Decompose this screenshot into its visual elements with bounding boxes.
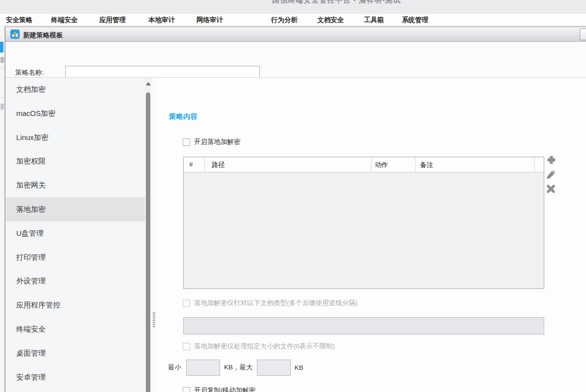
delete-x-icon[interactable]	[546, 184, 556, 194]
file-size-filter-row: 落地加解密仅处理指定大小的文件(0表示不限制)	[183, 342, 335, 351]
menu-app-management[interactable]: 应用管理	[99, 14, 126, 26]
main-menu-bar: 安全策略 终端安全 应用管理 本地审计 网络审计 行为分析 文档安全 工具箱 系…	[0, 14, 586, 26]
edit-pencil-icon[interactable]	[546, 169, 556, 180]
category-encryption-gateway[interactable]: 加密网关	[6, 173, 145, 197]
background-text-fragment	[0, 57, 4, 63]
category-encryption-rights[interactable]: 加密权限	[6, 149, 145, 173]
file-size-filter-label: 落地加解密仅处理指定大小的文件(0表示不限制)	[194, 342, 335, 351]
policy-name-label: 策略名称:	[15, 68, 44, 77]
doc-type-filter-row: 落地加解密仅针对以下文档类型(多个后缀使用竖线分隔)	[183, 299, 358, 308]
enable-landing-encryption-row: 开启落地加解密	[183, 138, 241, 146]
bar-chart-icon	[10, 29, 20, 39]
size-max-input[interactable]	[257, 360, 291, 376]
landing-table-tools	[546, 155, 558, 198]
policy-content-heading: 策略内容	[169, 112, 197, 121]
menu-toolbox[interactable]: 工具箱	[364, 14, 384, 26]
file-size-inputs-row: 最小 KB，最大 KB	[168, 359, 304, 376]
category-terminal-security[interactable]: 终端安全	[6, 317, 145, 341]
menu-document-security[interactable]: 文档安全	[317, 14, 344, 26]
sidebar-scrollbar[interactable]	[145, 78, 151, 392]
landing-path-table-header: # 路径 动作 备注	[184, 157, 544, 172]
menu-local-audit[interactable]: 本地审计	[148, 14, 175, 26]
size-min-input[interactable]	[186, 360, 220, 376]
col-remark: 备注	[420, 161, 433, 169]
splitter-grip-icon	[153, 312, 155, 328]
enable-copy-move-row: 开启复制/移动加解密	[183, 386, 255, 392]
doc-type-input[interactable]	[183, 317, 544, 335]
category-doc-encryption[interactable]: 文档加密	[6, 78, 145, 102]
file-size-filter-checkbox[interactable]	[183, 343, 190, 350]
size-unit-label: KB	[295, 364, 304, 371]
category-app-control[interactable]: 应用程序管控	[6, 293, 145, 317]
background-window-titlebar: 国信终端安全管控平台 - 潘祥明-测试	[0, 0, 586, 14]
menu-security-policy[interactable]: 安全策略	[6, 14, 32, 26]
new-policy-template-dialog: 新建策略模板 策略名称: 文档加密 macOS加密 Linux加密 加密权限 加…	[5, 27, 586, 392]
category-print-management[interactable]: 打印管理	[6, 246, 145, 270]
policy-content-panel: 策略内容 开启落地加解密 # 路径 动作 备注	[157, 78, 586, 392]
category-landing-encryption[interactable]: 落地加密	[6, 197, 145, 222]
menu-behavior-analysis[interactable]: 行为分析	[271, 14, 298, 26]
doc-type-filter-label: 落地加解密仅针对以下文档类型(多个后缀使用竖线分隔)	[194, 299, 358, 308]
scroll-up-arrow-icon[interactable]	[146, 82, 151, 85]
enable-copy-move-checkbox[interactable]	[183, 387, 190, 392]
category-linux-encryption[interactable]: Linux加密	[6, 126, 145, 150]
dialog-title: 新建策略模板	[23, 31, 63, 40]
category-macos-encryption[interactable]: macOS加密	[6, 102, 145, 126]
policy-name-row: 策略名称:	[5, 42, 586, 77]
size-between-label: KB，最大	[224, 363, 253, 372]
category-usb-management[interactable]: U盘管理	[6, 222, 145, 246]
category-android-management[interactable]: 安卓管理	[6, 365, 145, 390]
menu-system-management[interactable]: 系统管理	[402, 14, 428, 26]
category-desktop-management[interactable]: 桌面管理	[6, 341, 145, 365]
dialog-close-button[interactable]	[580, 28, 586, 40]
category-peripheral-management[interactable]: 外设管理	[6, 269, 145, 293]
add-icon[interactable]	[546, 155, 557, 165]
enable-landing-encryption-checkbox[interactable]	[183, 139, 190, 146]
size-min-label: 最小	[168, 363, 181, 372]
doc-type-filter-checkbox[interactable]	[183, 300, 190, 307]
col-index: #	[189, 161, 193, 168]
background-window-edge	[0, 27, 5, 392]
dialog-titlebar[interactable]: 新建策略模板	[5, 27, 586, 42]
enable-landing-encryption-label: 开启落地加解密	[194, 138, 241, 146]
col-action: 动作	[375, 161, 388, 169]
background-icon-fragment	[0, 42, 3, 53]
policy-category-list: 文档加密 macOS加密 Linux加密 加密权限 加密网关 落地加密 U盘管理…	[6, 78, 145, 392]
background-window-title: 国信终端安全管控平台 - 潘祥明-测试	[272, 0, 401, 5]
menu-network-audit[interactable]: 网络审计	[196, 14, 223, 26]
background-text-fragment	[0, 104, 4, 110]
menu-terminal-security[interactable]: 终端安全	[51, 14, 78, 26]
scrollbar-thumb[interactable]	[146, 92, 150, 392]
background-divider	[0, 67, 5, 68]
background-divider	[0, 97, 5, 98]
col-path: 路径	[212, 161, 225, 169]
enable-copy-move-label: 开启复制/移动加解密	[194, 386, 255, 392]
landing-path-table[interactable]: # 路径 动作 备注	[183, 157, 544, 289]
pane-splitter[interactable]	[151, 78, 157, 392]
